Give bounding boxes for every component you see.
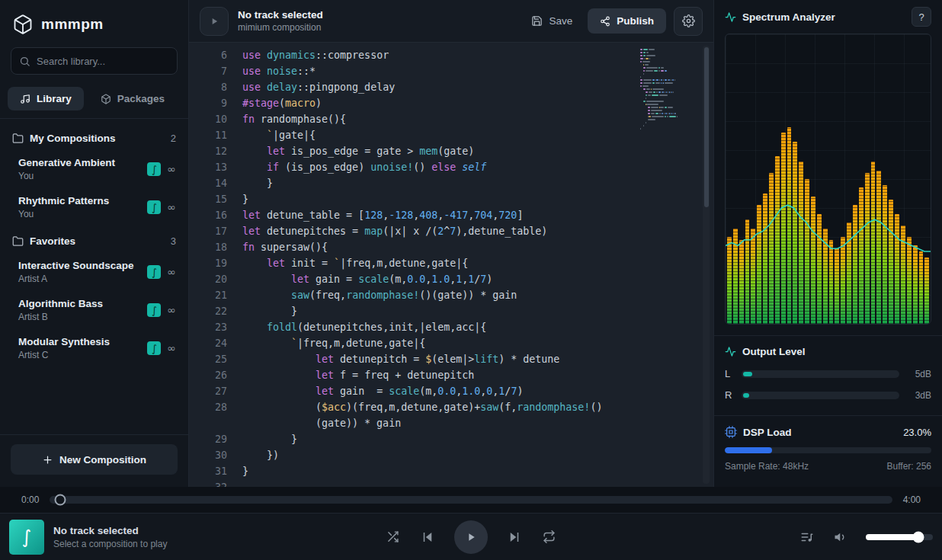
line-number: 27: [204, 383, 227, 399]
code-content[interactable]: 6use dynamics::compressor7use noise::*8u…: [189, 43, 713, 487]
publish-button[interactable]: Publish: [588, 8, 666, 34]
search-input[interactable]: [37, 56, 171, 67]
code-editor[interactable]: 6use dynamics::compressor7use noise::*8u…: [189, 43, 713, 487]
shuffle-button[interactable]: [385, 529, 401, 545]
sidebar-footer: New Composition: [0, 434, 188, 487]
code-line: 29 }: [204, 431, 713, 447]
scrollbar-thumb[interactable]: [704, 47, 709, 207]
composition-title: Algorithmic Bass: [18, 298, 141, 309]
section-header[interactable]: Favorites3: [0, 226, 188, 253]
level-row-left: L 5dB: [725, 368, 931, 379]
editor-minimap[interactable]: [640, 49, 690, 134]
composition-title: Rhythmic Patterns: [18, 195, 141, 206]
header-actions: Save Publish: [524, 7, 703, 36]
integral-badge-icon: ∫: [147, 341, 161, 355]
composition-artist: Artist C: [18, 350, 141, 360]
code-line: 18fn supersaw(){: [204, 239, 713, 255]
composition-artist: Artist A: [18, 274, 141, 284]
preview-play-button[interactable]: [200, 7, 229, 36]
code-line: 19 let init = `|freq,m,detune,gate|{: [204, 255, 713, 271]
dsp-load-section: DSP Load 23.0% Sample Rate: 48kHz Buffer…: [714, 415, 942, 482]
composition-item[interactable]: Rhythmic PatternsYou∫∞: [0, 188, 188, 226]
line-number: 21: [204, 287, 227, 303]
now-playing: ∫ No track selected Select a composition…: [9, 520, 167, 555]
queue-button[interactable]: [799, 529, 815, 546]
code-line: 26 let f = freq + detunepitch: [204, 367, 713, 383]
seek-knob[interactable]: [54, 494, 66, 506]
code-line: 22 }: [204, 303, 713, 319]
editor-scrollbar[interactable]: [703, 46, 710, 484]
code-line: 25 let detunepitch = $(elem|>lift) * det…: [204, 351, 713, 367]
app-logo[interactable]: mmmpm: [0, 0, 188, 46]
integral-badge-icon: ∫: [147, 200, 161, 214]
composition-title: Generative Ambient: [18, 157, 141, 168]
section-count: 2: [171, 133, 176, 144]
search-box[interactable]: [11, 47, 178, 75]
volume-icon[interactable]: [832, 529, 849, 546]
player-track-title: No track selected: [53, 525, 167, 536]
channel-right-value: 3dB: [907, 390, 931, 401]
tab-library[interactable]: Library: [8, 87, 84, 110]
spectrum-header: Spectrum Analyzer ?: [714, 0, 942, 34]
timeline: 0:00 4:00: [0, 487, 942, 513]
line-number: 32: [204, 479, 227, 487]
volume-slider[interactable]: [866, 534, 933, 540]
line-number: 29: [204, 431, 227, 447]
help-button[interactable]: ?: [912, 7, 931, 27]
repeat-button[interactable]: [541, 529, 557, 545]
line-number: 11: [204, 127, 227, 143]
new-composition-button[interactable]: New Composition: [11, 444, 178, 475]
tab-packages[interactable]: Packages: [88, 87, 177, 110]
spectrum-title: Spectrum Analyzer: [742, 11, 835, 23]
player-bar: ∫ No track selected Select a composition…: [0, 513, 942, 560]
code-line: 17let detunepitches = map(|x| x /(2^7),d…: [204, 223, 713, 239]
composition-item[interactable]: Algorithmic BassArtist B∫∞: [0, 291, 188, 329]
settings-button[interactable]: [674, 7, 703, 36]
volume-knob[interactable]: [912, 531, 924, 542]
line-number: 6: [204, 47, 227, 63]
cpu-icon: [725, 426, 737, 438]
composition-item[interactable]: Interactive SoundscapeArtist A∫∞: [0, 253, 188, 291]
new-composition-label: New Composition: [59, 454, 146, 466]
buffer-size: Buffer: 256: [887, 461, 932, 472]
code-line: 21 saw(freq,randomphase!()(gate)) * gain: [204, 287, 713, 303]
play-button[interactable]: [454, 520, 488, 554]
spectrum-line: [726, 34, 931, 324]
level-row-right: R 3dB: [725, 389, 931, 401]
code-line: 10fn randomphase(){: [204, 111, 713, 127]
line-number: 7: [204, 63, 227, 79]
dsp-progress: [725, 447, 931, 453]
folder-icon: [12, 133, 24, 144]
output-level-section: Output Level L 5dB R 3dB: [714, 335, 942, 415]
time-total: 4:00: [903, 494, 921, 505]
seek-bar[interactable]: [50, 496, 892, 504]
app-name: mmmpm: [41, 16, 104, 33]
composition-title: Modular Synthesis: [18, 336, 141, 347]
line-number: 13: [204, 159, 227, 175]
code-line: 9#stage(macro): [204, 95, 713, 111]
code-line: 6use dynamics::compressor: [204, 47, 713, 63]
code-line: 27 let gain = scale(m,0.0,1.0,0,1/7): [204, 383, 713, 399]
publish-label: Publish: [617, 15, 654, 27]
line-number: 15: [204, 191, 227, 207]
section-title: My Compositions: [30, 133, 116, 144]
gear-icon: [682, 14, 695, 27]
code-line: 7use noise::*: [204, 63, 713, 79]
composition-item[interactable]: Modular SynthesisArtist C∫∞: [0, 329, 188, 367]
infinity-icon: ∞: [167, 342, 176, 354]
section-header[interactable]: My Compositions2: [0, 123, 188, 150]
save-button[interactable]: Save: [524, 9, 580, 33]
code-line: 31}: [204, 463, 713, 479]
save-icon: [531, 15, 543, 27]
output-level-title: Output Level: [742, 346, 806, 357]
composition-artist: You: [18, 171, 141, 181]
next-button[interactable]: [506, 529, 523, 546]
composition-artist: Artist B: [18, 312, 141, 322]
previous-button[interactable]: [419, 529, 436, 546]
line-number: 24: [204, 335, 227, 351]
header-track-title: No track selected: [238, 9, 323, 21]
package-icon: [101, 94, 111, 104]
composition-item[interactable]: Generative AmbientYou∫∞: [0, 150, 188, 188]
line-number: 23: [204, 319, 227, 335]
dsp-title: DSP Load: [743, 427, 792, 438]
